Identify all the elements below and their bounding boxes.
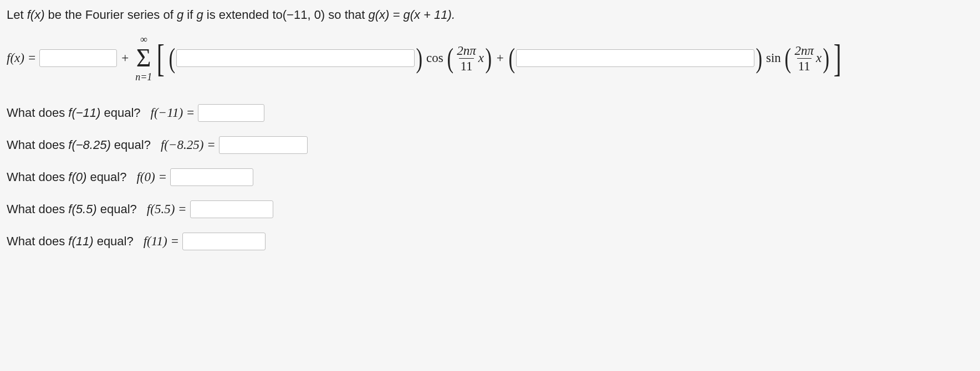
sin-x: x xyxy=(816,51,821,65)
question-row-4: What does f(11) equal?f(11) = xyxy=(7,233,973,250)
question-row-3: What does f(5.5) equal?f(5.5) = xyxy=(7,200,973,218)
answer-input-1[interactable] xyxy=(219,136,308,154)
fx-equals: f(x) = xyxy=(7,51,36,65)
a0-input[interactable] xyxy=(39,49,117,67)
question-label: What does f(11) equal? xyxy=(7,234,134,249)
question-equation: f(5.5) = xyxy=(147,202,187,217)
question-row-2: What does f(0) equal?f(0) = xyxy=(7,168,973,186)
sin-label: sin xyxy=(766,51,781,65)
question-row-1: What does f(−8.25) equal?f(−8.25) = xyxy=(7,136,973,154)
plus-sign-2: + xyxy=(497,51,504,65)
question-row-0: What does f(−11) equal?f(−11) = xyxy=(7,104,973,122)
cos-arg-open: ( xyxy=(447,49,453,68)
question-label: What does f(−8.25) equal? xyxy=(7,138,151,152)
answer-input-2[interactable] xyxy=(170,168,253,186)
question-equation: f(0) = xyxy=(136,170,166,184)
plus-sign: + xyxy=(121,51,129,65)
summation-symbol: ∞ Σ n=1 xyxy=(135,34,152,82)
an-input[interactable] xyxy=(176,49,415,67)
question-label: What does f(0) equal? xyxy=(7,170,126,184)
question-label: What does f(5.5) equal? xyxy=(7,202,137,217)
cos-x: x xyxy=(478,51,484,65)
answer-input-0[interactable] xyxy=(198,104,264,122)
prompt-line: Let f(x) be the Fourier series of g if g… xyxy=(7,8,973,22)
answer-input-3[interactable] xyxy=(190,200,273,218)
sin-arg-close: ) xyxy=(823,49,830,68)
fourier-formula: f(x) = + ∞ Σ n=1 [ ( ) cos ( 2nπ 11 x ) … xyxy=(7,34,973,82)
bn-input[interactable] xyxy=(516,49,754,67)
question-label: What does f(−11) equal? xyxy=(7,106,141,120)
sin-arg-open: ( xyxy=(784,49,791,68)
left-square-bracket: [ xyxy=(157,45,165,72)
cos-label: cos xyxy=(426,51,443,65)
question-equation: f(−8.25) = xyxy=(161,138,216,152)
answer-input-4[interactable] xyxy=(182,233,266,250)
open-paren-2: ( xyxy=(508,49,515,68)
question-equation: f(11) = xyxy=(144,234,179,249)
close-paren-1: ) xyxy=(416,49,423,68)
cos-fraction: 2nπ 11 xyxy=(456,44,477,73)
close-paren-2: ) xyxy=(756,49,763,68)
prompt-text: Let f(x) be the Fourier series of g if g… xyxy=(7,8,455,22)
sin-fraction: 2nπ 11 xyxy=(793,44,815,73)
right-square-bracket: ] xyxy=(834,45,841,72)
cos-arg-close: ) xyxy=(486,49,492,68)
open-paren-1: ( xyxy=(169,49,175,68)
question-equation: f(−11) = xyxy=(151,106,195,120)
